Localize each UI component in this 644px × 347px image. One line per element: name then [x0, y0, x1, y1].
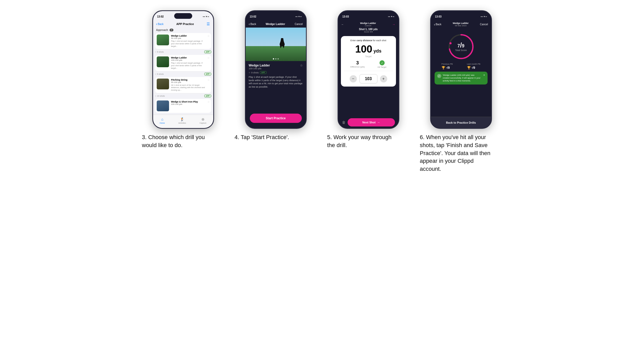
- back-button-4[interactable]: Back: [249, 22, 256, 26]
- clock-icon-3: ○: [155, 95, 156, 97]
- cancel-button-4[interactable]: Cancel: [295, 23, 303, 26]
- drill-item-4[interactable]: Wedge & Short Iron Play 100-140 yds ☆: [155, 99, 211, 113]
- section-badge: 7: [170, 29, 173, 31]
- dynamic-island-6: [452, 13, 470, 19]
- drill-item-1[interactable]: Wedge Ladder 50-100 yds Play 1 shot at e…: [155, 33, 211, 49]
- drill-desc-4: Play 1 shot at each target yardage. If y…: [249, 75, 303, 88]
- hit-target-label: Hit Target: [378, 66, 386, 68]
- status-icons-6: ▪▪▪ ▾ ▪▪: [481, 15, 487, 18]
- drill-image-4: [246, 28, 306, 61]
- nav-title-4: Wedge Ladder: [266, 22, 285, 26]
- score-sublabel: Total Score: [455, 49, 467, 52]
- step-6-caption: 6. When you've hit all your shots, tap '…: [420, 133, 492, 173]
- dot-1: [273, 58, 274, 60]
- dot-2: [275, 58, 276, 60]
- drill-thumb-golf-2: [157, 56, 169, 67]
- toast-check-icon: ✓: [437, 74, 441, 78]
- drill-range-2: 100-140 yds: [171, 59, 205, 61]
- activities-icon: 🏌: [180, 117, 184, 121]
- image-dots: [273, 58, 279, 60]
- tab-capture[interactable]: ⊕ Capture: [200, 117, 207, 124]
- phone-4: 13:02 ▪▪▪ ▾ ▪▪ Back Wedge Ladder Cancel: [245, 10, 307, 129]
- time-3: 13:02: [157, 15, 164, 18]
- clock-icon: ○: [155, 51, 156, 53]
- drill-thumb-2: [157, 56, 169, 67]
- last-pb-value: 🏆 -/9: [467, 66, 480, 70]
- tab-home[interactable]: ⌂ Home: [160, 117, 165, 124]
- shots-count-1: ○ 9 shots: [155, 51, 164, 53]
- bookmark-icon-2[interactable]: ☆: [207, 56, 210, 59]
- wifi-icon-4: ▾: [298, 15, 299, 18]
- nav-bar-4: Back Wedge Ladder Cancel: [246, 21, 306, 28]
- battery-icon-5: ▪▪: [393, 15, 394, 18]
- score-label-5: Score 5/9: [338, 31, 399, 33]
- score-fraction: 7/9: [455, 42, 467, 48]
- status-icons-4: ▪▪▪ ▾ ▪▪: [295, 15, 302, 18]
- drill-name-1: Wedge Ladder: [171, 35, 205, 37]
- clock-icon-2: ○: [155, 73, 156, 75]
- score-text-overlay: 7/9 Total Score: [455, 42, 467, 52]
- shot-label-5: Shot 1, 100 yds: [338, 28, 399, 31]
- increment-button[interactable]: +: [380, 75, 387, 82]
- drill-desc-2: Play 1 shot at each target yardage. If y…: [171, 62, 205, 69]
- cancel-button-6[interactable]: Cancel: [480, 23, 488, 26]
- drill-footer-3: ○ 10 shots APP: [153, 94, 213, 98]
- step-3-column: 13:02 ▪▪▪ ▾ ▪▪ Back APP Practice ☰: [142, 10, 224, 173]
- time-6: 13:03: [435, 15, 442, 18]
- bookmark-icon-4[interactable]: ☆: [207, 100, 210, 103]
- back-button-3[interactable]: Back: [156, 22, 164, 26]
- toast-text: 'Wedge Ladder (100-140 yds)' was created…: [443, 74, 482, 82]
- back-button-5[interactable]: ←: [341, 23, 344, 26]
- drill-footer-1: ○ 9 shots APP: [153, 49, 213, 54]
- back-to-drills-button[interactable]: Back to Practice Drills: [431, 117, 491, 128]
- drill-thumb-1: [157, 35, 169, 45]
- status-icons-3: ▪▪▪ ▾ ▪▪: [203, 15, 209, 18]
- phone-3-screen: 13:02 ▪▪▪ ▾ ▪▪ Back APP Practice ☰: [153, 11, 213, 128]
- tab-activities[interactable]: 🏌 Activities: [178, 117, 186, 124]
- drill-thumb-4: [157, 100, 169, 111]
- carry-label: Enter carry distance for each shot: [344, 39, 393, 42]
- drill-card-header-4: Wedge Ladder 100-140 yds ☆: [249, 64, 303, 70]
- dynamic-island-5: [359, 13, 377, 19]
- input-row: − 103 +: [344, 74, 393, 83]
- drill-thumb-golf-3: [157, 79, 169, 89]
- bookmark-icon-4b[interactable]: ☆: [300, 64, 303, 67]
- hit-target-stat: ✓ Hit Target: [378, 60, 386, 68]
- prev-pb-value: 🏆 -/9: [442, 66, 453, 70]
- shot-entry-area: Enter carry distance for each shot 100 y…: [341, 36, 396, 87]
- top-cancel-5[interactable]: Cancel: [360, 24, 376, 27]
- back-button-6[interactable]: Back: [434, 22, 442, 27]
- delete-icon[interactable]: 🗑: [342, 120, 346, 124]
- drill-item-3[interactable]: Pitching String 55-100 yds Hit 1 shot at…: [155, 77, 211, 93]
- phone-6: 13:03 ▪▪▪ ▾ ▪▪ Back Wedge Ladder 06 Mar …: [430, 10, 492, 129]
- time-4: 13:02: [250, 15, 257, 18]
- drill-name-3: Pitching String: [171, 79, 205, 81]
- distance-input[interactable]: 103: [359, 74, 377, 83]
- dynamic-island-4: [267, 13, 285, 19]
- bookmark-icon-1[interactable]: ☆: [207, 35, 210, 37]
- bookmark-icon-3[interactable]: ☆: [207, 79, 210, 81]
- shot-score-area: Shot 1, 100 yds Score 5/9: [338, 27, 399, 35]
- next-shot-button[interactable]: Next Shot →: [348, 118, 395, 126]
- decrement-button[interactable]: −: [350, 75, 357, 82]
- toast-close-icon[interactable]: ×: [483, 74, 485, 77]
- nav-bar-6: Back Wedge Ladder 06 Mar 2023 Cancel: [431, 21, 491, 28]
- drill-thumb-golf-1: [157, 35, 169, 45]
- wifi-icon: ▾: [206, 15, 207, 18]
- phone-5: 13:03 ▪▪▪ ▾ ▪▪ ← Wedge Ladder Cancel →: [338, 10, 399, 129]
- drill-card-shots-4: ○ 9 shots APP: [249, 71, 303, 74]
- drill-desc-3: Hit 1 shot at each of the 10 target dist…: [171, 84, 205, 91]
- start-practice-button[interactable]: Start Practice: [250, 114, 302, 123]
- nav-bar-3: Back APP Practice ☰: [153, 21, 213, 28]
- battery-icon: ▪▪: [208, 15, 209, 18]
- success-toast: ✓ 'Wedge Ladder (100-140 yds)' was creat…: [435, 72, 488, 84]
- drill-range-4: 100-140 yds: [171, 103, 205, 105]
- difference-value: 3: [350, 60, 365, 66]
- drill-info-4: Wedge & Short Iron Play 100-140 yds: [171, 100, 205, 106]
- wifi-icon-6: ▾: [484, 15, 485, 18]
- drill-item-2[interactable]: Wedge Ladder 100-140 yds Play 1 shot at …: [155, 55, 211, 71]
- signal-icon-4: ▪▪▪: [295, 15, 298, 18]
- phone-4-screen: 13:02 ▪▪▪ ▾ ▪▪ Back Wedge Ladder Cancel: [246, 11, 306, 128]
- forward-arrow-5[interactable]: →: [392, 23, 395, 26]
- menu-icon[interactable]: ☰: [207, 22, 210, 26]
